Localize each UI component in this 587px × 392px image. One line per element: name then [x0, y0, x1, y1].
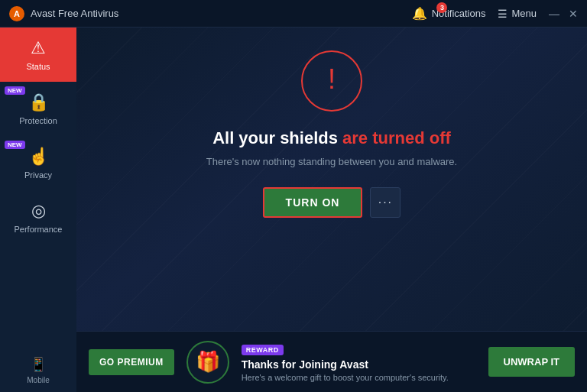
notifications-button[interactable]: 3 🔔 Notifications [412, 6, 486, 21]
status-icon: ⚠ [31, 38, 46, 58]
headline: All your shields are turned off [212, 128, 451, 148]
titlebar-right: 3 🔔 Notifications ☰ Menu — ✕ [412, 6, 578, 21]
sidebar-bottom: 📱 Mobile [0, 348, 76, 392]
privacy-icon: ☝ [28, 147, 49, 167]
sidebar-item-performance[interactable]: ◎ Performance [0, 190, 76, 245]
bell-icon: 🔔 [412, 6, 427, 21]
sidebar-item-status[interactable]: ⚠ Status [0, 28, 76, 82]
main-content: ! All your shields are turned off There'… [76, 28, 587, 392]
titlebar: A Avast Free Antivirus 3 🔔 Notifications… [0, 0, 587, 28]
reward-badge: REWARD [242, 345, 284, 355]
gift-icon-wrap: 🎁 [186, 341, 229, 384]
new-badge-privacy: NEW [5, 141, 25, 149]
more-options-button[interactable]: ··· [370, 187, 401, 218]
sidebar-label-mobile: Mobile [27, 376, 49, 384]
app-icon: A [9, 6, 24, 21]
mobile-icon: 📱 [30, 356, 47, 373]
protection-icon: 🔒 [28, 92, 49, 112]
new-badge-protection: NEW [5, 86, 25, 95]
menu-icon: ☰ [498, 8, 508, 20]
sidebar: ⚠ Status NEW 🔒 Protection NEW ☝ Privacy … [0, 28, 76, 392]
app-title: Avast Free Antivirus [31, 8, 118, 19]
sidebar-label-status: Status [26, 62, 50, 71]
unwrap-button[interactable]: UNWRAP IT [488, 347, 575, 377]
action-row: TURN ON ··· [263, 187, 401, 218]
sidebar-label-privacy: Privacy [24, 170, 52, 180]
headline-part1: All your shields [212, 128, 342, 147]
banner-text: REWARD Thanks for Joining Avast Here's a… [242, 342, 476, 382]
titlebar-left: A Avast Free Antivirus [9, 6, 118, 21]
headline-part2: are turned off [342, 128, 451, 147]
close-button[interactable]: ✕ [569, 8, 578, 19]
bottom-banner: GO PREMIUM 🎁 REWARD Thanks for Joining A… [76, 331, 587, 392]
menu-button[interactable]: ☰ Menu [498, 8, 537, 20]
turn-on-button[interactable]: TURN ON [263, 187, 363, 218]
sidebar-item-mobile[interactable]: 📱 Mobile [0, 348, 76, 392]
sidebar-label-performance: Performance [15, 225, 63, 234]
subtext: There's now nothing standing between you… [206, 156, 457, 167]
main-layout: ⚠ Status NEW 🔒 Protection NEW ☝ Privacy … [0, 28, 587, 392]
sidebar-item-privacy[interactable]: NEW ☝ Privacy [0, 136, 76, 190]
banner-title: Thanks for Joining Avast [242, 358, 476, 371]
performance-icon: ◎ [31, 201, 46, 221]
menu-label: Menu [511, 8, 537, 19]
window-controls: — ✕ [549, 8, 578, 19]
gift-icon: 🎁 [196, 350, 220, 374]
banner-subtitle: Here's a welcome gift to boost your comp… [242, 373, 476, 382]
minimize-button[interactable]: — [549, 8, 559, 19]
sidebar-label-protection: Protection [19, 116, 57, 125]
sidebar-item-protection[interactable]: NEW 🔒 Protection [0, 82, 76, 136]
warning-icon: ! [328, 66, 336, 93]
go-premium-button[interactable]: GO PREMIUM [89, 349, 174, 375]
warning-circle: ! [301, 50, 362, 112]
